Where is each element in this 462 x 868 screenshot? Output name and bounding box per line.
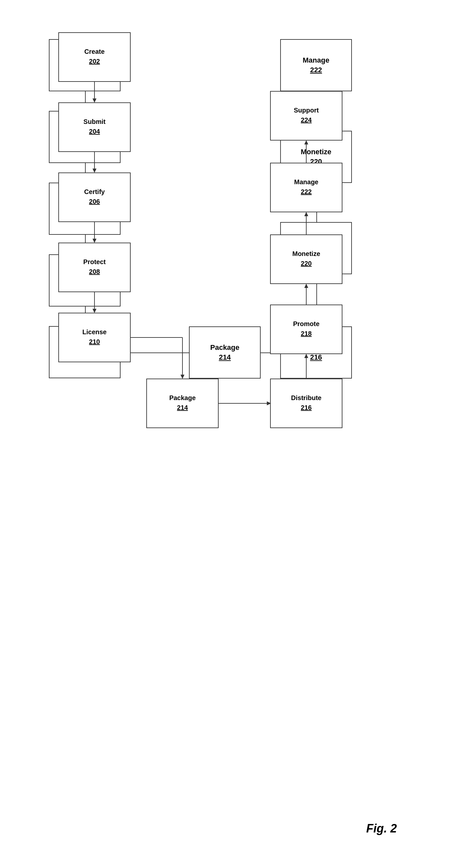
arrow-submit-certify (93, 168, 96, 173)
text-distribute-label: Distribute (291, 394, 321, 401)
text-submit-label: Submit (84, 118, 105, 125)
text-support-number: 224 (301, 116, 312, 124)
text-certify-number: 206 (89, 198, 100, 205)
arrow-license-pkg (180, 375, 185, 379)
arrow-protect-license (93, 309, 96, 313)
text-support-label: Support (294, 106, 319, 114)
rect-package (146, 379, 218, 428)
rect-support (270, 91, 342, 140)
rect-license (59, 313, 130, 362)
text-submit-number: 204 (89, 128, 100, 135)
rect-monetize (270, 235, 342, 284)
rect-certify (59, 173, 130, 222)
text-create-number: 202 (89, 58, 100, 65)
text-distribute-number: 216 (301, 404, 311, 411)
text-license-label: License (82, 328, 106, 336)
rect-distribute (270, 379, 342, 428)
arrow-certify-protect (93, 239, 96, 243)
text-promote-label: Promote (293, 320, 319, 328)
text-create-label: Create (85, 48, 105, 55)
text-manage-label: Manage (294, 178, 318, 186)
text-license-number: 210 (89, 338, 100, 345)
arrow-distribute-promote (304, 354, 308, 358)
rect-manage (270, 163, 342, 212)
text-protect-label: Protect (84, 258, 106, 266)
text-manage-number: 222 (301, 188, 311, 195)
rect-submit (59, 103, 130, 152)
arrow-promote-monetize (304, 284, 308, 288)
arrow-monetize-manage (304, 212, 308, 216)
text-monetize-label: Monetize (292, 250, 320, 257)
rect-protect (59, 243, 130, 292)
text-monetize-number: 220 (301, 260, 311, 267)
arrow-create-submit (93, 98, 96, 103)
rect-create (59, 33, 130, 82)
text-package-label: Package (169, 394, 196, 401)
arrow-manage-support (304, 140, 308, 145)
text-promote-number: 218 (301, 330, 311, 337)
text-package-number: 214 (177, 404, 188, 411)
text-certify-label: Certify (84, 188, 105, 195)
text-protect-number: 208 (89, 268, 100, 275)
figure-label: Fig. 2 (366, 822, 397, 835)
rect-promote (270, 305, 342, 354)
